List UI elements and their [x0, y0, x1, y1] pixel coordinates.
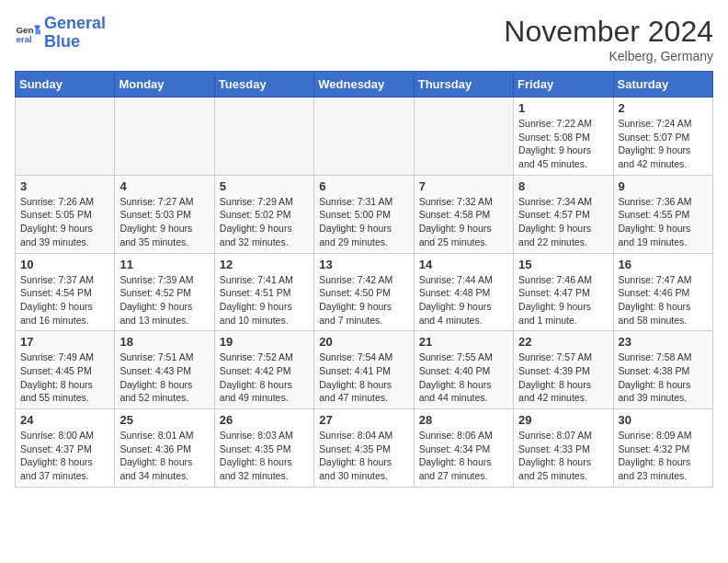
day-info: Sunrise: 8:06 AM Sunset: 4:34 PM Dayligh… [419, 429, 508, 483]
calendar-week-row: 17Sunrise: 7:49 AM Sunset: 4:45 PM Dayli… [16, 331, 713, 409]
calendar-cell: 4Sunrise: 7:27 AM Sunset: 5:03 PM Daylig… [115, 175, 214, 253]
day-info: Sunrise: 7:22 AM Sunset: 5:08 PM Dayligh… [518, 117, 608, 171]
day-number: 30 [619, 413, 708, 427]
day-info: Sunrise: 7:37 AM Sunset: 4:54 PM Dayligh… [20, 273, 109, 327]
day-number: 18 [119, 335, 209, 349]
day-info: Sunrise: 7:44 AM Sunset: 4:48 PM Dayligh… [419, 273, 508, 327]
day-info: Sunrise: 7:51 AM Sunset: 4:43 PM Dayligh… [119, 350, 209, 405]
svg-marker-3 [35, 29, 40, 35]
day-number: 12 [220, 258, 309, 271]
day-number: 26 [220, 413, 309, 427]
month-title: November 2024 [504, 15, 713, 49]
day-info: Sunrise: 8:09 AM Sunset: 4:32 PM Dayligh… [619, 429, 708, 483]
day-number: 4 [119, 179, 209, 193]
calendar-cell: 27Sunrise: 8:04 AM Sunset: 4:35 PM Dayli… [314, 409, 414, 488]
day-number: 13 [319, 258, 408, 271]
day-number: 2 [619, 101, 708, 115]
calendar-cell [214, 98, 313, 176]
calendar-cell: 13Sunrise: 7:42 AM Sunset: 4:50 PM Dayli… [314, 253, 414, 331]
calendar-cell: 15Sunrise: 7:46 AM Sunset: 4:47 PM Dayli… [514, 253, 613, 331]
day-number: 14 [419, 258, 508, 271]
day-number: 7 [419, 179, 508, 193]
calendar-header-saturday: Saturday [613, 72, 712, 98]
calendar-cell: 6Sunrise: 7:31 AM Sunset: 5:00 PM Daylig… [314, 175, 414, 253]
day-info: Sunrise: 7:31 AM Sunset: 5:00 PM Dayligh… [319, 195, 408, 249]
day-number: 27 [319, 413, 408, 427]
calendar-header-friday: Friday [514, 72, 613, 98]
calendar-cell [414, 98, 513, 176]
calendar-header-sunday: Sunday [16, 72, 115, 98]
day-info: Sunrise: 7:57 AM Sunset: 4:39 PM Dayligh… [518, 350, 608, 405]
day-info: Sunrise: 7:29 AM Sunset: 5:02 PM Dayligh… [220, 195, 309, 249]
calendar-cell: 26Sunrise: 8:03 AM Sunset: 4:35 PM Dayli… [214, 409, 313, 488]
day-number: 25 [119, 413, 209, 427]
calendar-table: SundayMondayTuesdayWednesdayThursdayFrid… [15, 71, 713, 488]
day-info: Sunrise: 7:52 AM Sunset: 4:42 PM Dayligh… [220, 350, 309, 405]
calendar-week-row: 1Sunrise: 7:22 AM Sunset: 5:08 PM Daylig… [16, 98, 713, 176]
calendar-cell: 18Sunrise: 7:51 AM Sunset: 4:43 PM Dayli… [115, 331, 214, 409]
calendar-cell: 24Sunrise: 8:00 AM Sunset: 4:37 PM Dayli… [16, 409, 115, 488]
calendar-cell: 22Sunrise: 7:57 AM Sunset: 4:39 PM Dayli… [514, 331, 613, 409]
calendar-cell: 1Sunrise: 7:22 AM Sunset: 5:08 PM Daylig… [514, 98, 613, 176]
calendar-cell: 12Sunrise: 7:41 AM Sunset: 4:51 PM Dayli… [214, 253, 313, 331]
svg-text:eral: eral [16, 34, 32, 44]
logo-line2: Blue [44, 32, 80, 51]
day-number: 22 [518, 335, 608, 349]
day-number: 24 [20, 413, 109, 427]
page-header: Gen eral General Blue November 2024 Kelb… [15, 15, 713, 63]
day-number: 21 [419, 335, 508, 349]
day-number: 10 [20, 258, 109, 271]
day-info: Sunrise: 7:39 AM Sunset: 4:52 PM Dayligh… [119, 273, 209, 327]
day-info: Sunrise: 7:36 AM Sunset: 4:55 PM Dayligh… [619, 195, 708, 249]
day-info: Sunrise: 7:32 AM Sunset: 4:58 PM Dayligh… [419, 195, 508, 249]
day-info: Sunrise: 7:26 AM Sunset: 5:05 PM Dayligh… [20, 195, 109, 249]
logo-line1: General [44, 14, 106, 32]
calendar-cell: 20Sunrise: 7:54 AM Sunset: 4:41 PM Dayli… [314, 331, 414, 409]
day-number: 8 [518, 179, 608, 193]
logo-icon: Gen eral [15, 20, 40, 46]
calendar-header-row: SundayMondayTuesdayWednesdayThursdayFrid… [16, 72, 713, 98]
day-number: 15 [518, 258, 608, 271]
day-number: 19 [220, 335, 309, 349]
day-info: Sunrise: 8:01 AM Sunset: 4:36 PM Dayligh… [119, 429, 209, 483]
calendar-week-row: 24Sunrise: 8:00 AM Sunset: 4:37 PM Dayli… [16, 409, 713, 488]
day-info: Sunrise: 7:42 AM Sunset: 4:50 PM Dayligh… [319, 273, 408, 327]
day-info: Sunrise: 7:34 AM Sunset: 4:57 PM Dayligh… [518, 195, 608, 249]
day-info: Sunrise: 7:41 AM Sunset: 4:51 PM Dayligh… [220, 273, 309, 327]
calendar-cell: 16Sunrise: 7:47 AM Sunset: 4:46 PM Dayli… [613, 253, 712, 331]
day-info: Sunrise: 7:49 AM Sunset: 4:45 PM Dayligh… [20, 350, 109, 405]
day-info: Sunrise: 7:46 AM Sunset: 4:47 PM Dayligh… [518, 273, 608, 327]
day-number: 5 [220, 179, 309, 193]
day-info: Sunrise: 8:04 AM Sunset: 4:35 PM Dayligh… [319, 429, 408, 483]
calendar-week-row: 3Sunrise: 7:26 AM Sunset: 5:05 PM Daylig… [16, 175, 713, 253]
logo: Gen eral General Blue [15, 15, 106, 52]
day-info: Sunrise: 8:07 AM Sunset: 4:33 PM Dayligh… [518, 429, 608, 483]
calendar-cell: 3Sunrise: 7:26 AM Sunset: 5:05 PM Daylig… [16, 175, 115, 253]
calendar-header-thursday: Thursday [414, 72, 513, 98]
calendar-header-monday: Monday [115, 72, 214, 98]
day-info: Sunrise: 7:58 AM Sunset: 4:38 PM Dayligh… [619, 350, 708, 405]
calendar-cell: 5Sunrise: 7:29 AM Sunset: 5:02 PM Daylig… [214, 175, 313, 253]
day-number: 9 [619, 179, 708, 193]
day-number: 17 [20, 335, 109, 349]
day-info: Sunrise: 7:47 AM Sunset: 4:46 PM Dayligh… [619, 273, 708, 327]
calendar-cell: 21Sunrise: 7:55 AM Sunset: 4:40 PM Dayli… [414, 331, 513, 409]
title-block: November 2024 Kelberg, Germany [504, 15, 713, 63]
calendar-cell [115, 98, 214, 176]
day-info: Sunrise: 7:24 AM Sunset: 5:07 PM Dayligh… [619, 117, 708, 171]
day-number: 29 [518, 413, 608, 427]
day-info: Sunrise: 7:27 AM Sunset: 5:03 PM Dayligh… [119, 195, 209, 249]
day-number: 6 [319, 179, 408, 193]
location: Kelberg, Germany [504, 49, 713, 63]
day-number: 16 [619, 258, 708, 271]
day-info: Sunrise: 7:55 AM Sunset: 4:40 PM Dayligh… [419, 350, 508, 405]
calendar-cell: 28Sunrise: 8:06 AM Sunset: 4:34 PM Dayli… [414, 409, 513, 488]
calendar-cell: 23Sunrise: 7:58 AM Sunset: 4:38 PM Dayli… [613, 331, 712, 409]
calendar-cell [16, 98, 115, 176]
day-number: 11 [119, 258, 209, 271]
calendar-cell: 10Sunrise: 7:37 AM Sunset: 4:54 PM Dayli… [16, 253, 115, 331]
day-number: 3 [20, 179, 109, 193]
calendar-cell: 17Sunrise: 7:49 AM Sunset: 4:45 PM Dayli… [16, 331, 115, 409]
day-number: 1 [518, 101, 608, 115]
calendar-cell: 14Sunrise: 7:44 AM Sunset: 4:48 PM Dayli… [414, 253, 513, 331]
